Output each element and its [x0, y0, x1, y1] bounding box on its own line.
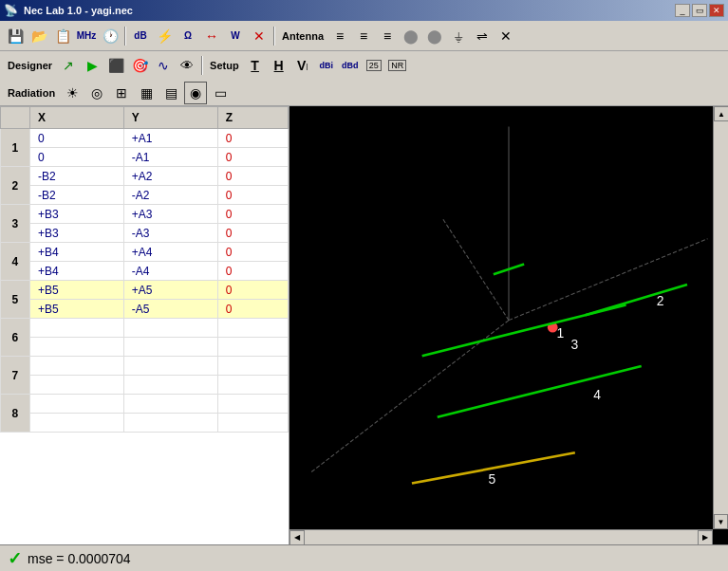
w-button[interactable]: W: [224, 25, 247, 47]
cell-x[interactable]: [29, 376, 123, 395]
cell-x[interactable]: +B3: [29, 224, 123, 243]
cell-z[interactable]: 0: [217, 224, 288, 243]
table-row[interactable]: 0-A10: [1, 148, 289, 167]
db-button[interactable]: dB: [129, 25, 152, 47]
close-button[interactable]: ✕: [709, 4, 724, 17]
pointer-tool[interactable]: ↗: [57, 54, 80, 77]
setup-h-btn[interactable]: H: [268, 54, 290, 77]
cell-x[interactable]: -B2: [29, 186, 123, 205]
data-table-panel[interactable]: X Y Z 10+A100-A102-B2+A20-B2-A203+B3+A30…: [0, 106, 289, 544]
cell-y[interactable]: [123, 376, 217, 395]
table-row[interactable]: 4+B4+A40: [1, 243, 289, 262]
v-scrollbar[interactable]: ▲ ▼: [713, 106, 728, 529]
dbi-btn[interactable]: dBi: [315, 54, 338, 77]
rad-btn3[interactable]: ⊞: [110, 82, 133, 104]
scroll-up-button[interactable]: ▲: [714, 106, 728, 121]
cell-z[interactable]: 0: [217, 148, 288, 167]
cell-z[interactable]: 0: [217, 167, 288, 186]
scroll-right-button[interactable]: ▶: [698, 530, 713, 545]
cell-y[interactable]: -A3: [123, 224, 217, 243]
cell-y[interactable]: +A4: [123, 243, 217, 262]
arrow-button[interactable]: ↔: [200, 25, 223, 47]
h-scrollbar[interactable]: ◀ ▶: [289, 529, 713, 544]
dbd-btn[interactable]: dBd: [339, 54, 362, 77]
table-row[interactable]: 10+A10: [1, 129, 289, 148]
table-row[interactable]: +B4-A40: [1, 262, 289, 281]
cell-y[interactable]: [123, 338, 217, 357]
ant-btn6[interactable]: ⏚: [447, 25, 470, 47]
ant-btn1[interactable]: ≡: [328, 25, 351, 47]
maximize-button[interactable]: ▭: [692, 4, 707, 17]
cell-x[interactable]: [29, 395, 123, 414]
cell-z[interactable]: [217, 338, 288, 357]
wave-button[interactable]: ∿: [152, 54, 175, 77]
table-row[interactable]: -B2-A20: [1, 186, 289, 205]
rad-btn2[interactable]: ◎: [85, 82, 108, 104]
cell-z[interactable]: 0: [217, 262, 288, 281]
cell-y[interactable]: -A4: [123, 262, 217, 281]
rad-btn5[interactable]: ▤: [159, 82, 182, 104]
cell-x[interactable]: +B3: [29, 205, 123, 224]
cross-button[interactable]: ✕: [248, 25, 271, 47]
cell-x[interactable]: 0: [29, 129, 123, 148]
omega-button[interactable]: Ω: [177, 25, 199, 47]
table-row[interactable]: [1, 414, 289, 433]
clock-button[interactable]: 🕐: [99, 25, 121, 47]
cell-x[interactable]: [29, 414, 123, 433]
rad-btn4[interactable]: ▦: [135, 82, 158, 104]
stop-button[interactable]: ⬛: [104, 54, 127, 77]
copy-button[interactable]: 📋: [51, 25, 74, 47]
setup-t-btn[interactable]: T: [244, 54, 267, 77]
table-row[interactable]: 2-B2+A20: [1, 167, 289, 186]
cell-x[interactable]: [29, 357, 123, 376]
ant-btn7[interactable]: ⇌: [471, 25, 494, 47]
cell-z[interactable]: 0: [217, 186, 288, 205]
table-row[interactable]: 5+B5+A50: [1, 281, 289, 300]
cell-z[interactable]: 0: [217, 243, 288, 262]
table-row[interactable]: 6: [1, 319, 289, 338]
save-button[interactable]: 💾: [4, 25, 27, 47]
cell-x[interactable]: +B5: [29, 281, 123, 300]
table-row[interactable]: [1, 338, 289, 357]
cell-x[interactable]: +B4: [29, 243, 123, 262]
ant-btn2[interactable]: ≡: [352, 25, 375, 47]
cell-y[interactable]: -A2: [123, 186, 217, 205]
cell-y[interactable]: [123, 319, 217, 338]
cell-x[interactable]: +B4: [29, 262, 123, 281]
cell-x[interactable]: -B2: [29, 167, 123, 186]
ant-btn3[interactable]: ≡: [376, 25, 399, 47]
filter-button[interactable]: ⚡: [153, 25, 176, 47]
run-button[interactable]: ▶: [81, 54, 103, 77]
target-button[interactable]: 🎯: [128, 54, 151, 77]
scroll-left-button[interactable]: ◀: [289, 530, 305, 545]
cell-z[interactable]: [217, 319, 288, 338]
cell-z[interactable]: 0: [217, 129, 288, 148]
cell-x[interactable]: [29, 338, 123, 357]
cell-x[interactable]: 0: [29, 148, 123, 167]
rad-btn6[interactable]: ◉: [184, 82, 207, 104]
table-row[interactable]: [1, 376, 289, 395]
table-row[interactable]: +B3-A30: [1, 224, 289, 243]
setup-a-btn[interactable]: 25: [363, 54, 385, 77]
table-row[interactable]: 3+B3+A30: [1, 205, 289, 224]
eye-button[interactable]: 👁: [176, 54, 198, 77]
table-row[interactable]: 8: [1, 395, 289, 414]
cell-y[interactable]: [123, 395, 217, 414]
table-row[interactable]: +B5-A50: [1, 300, 289, 319]
table-row[interactable]: 7: [1, 357, 289, 376]
cell-z[interactable]: 0: [217, 300, 288, 319]
cell-z[interactable]: [217, 357, 288, 376]
cell-y[interactable]: +A2: [123, 167, 217, 186]
rad-btn1[interactable]: ☀: [61, 82, 84, 104]
cell-y[interactable]: [123, 357, 217, 376]
ant-btn8[interactable]: ✕: [495, 25, 517, 47]
ant-btn5[interactable]: ⬤: [423, 25, 446, 47]
cell-y[interactable]: [123, 414, 217, 433]
rad-btn7[interactable]: ▭: [209, 82, 232, 104]
minimize-button[interactable]: _: [675, 4, 690, 17]
cell-x[interactable]: +B5: [29, 300, 123, 319]
setup-v-btn[interactable]: V|: [291, 54, 314, 77]
open-button[interactable]: 📂: [28, 25, 50, 47]
cell-y[interactable]: +A5: [123, 281, 217, 300]
cell-z[interactable]: [217, 414, 288, 433]
